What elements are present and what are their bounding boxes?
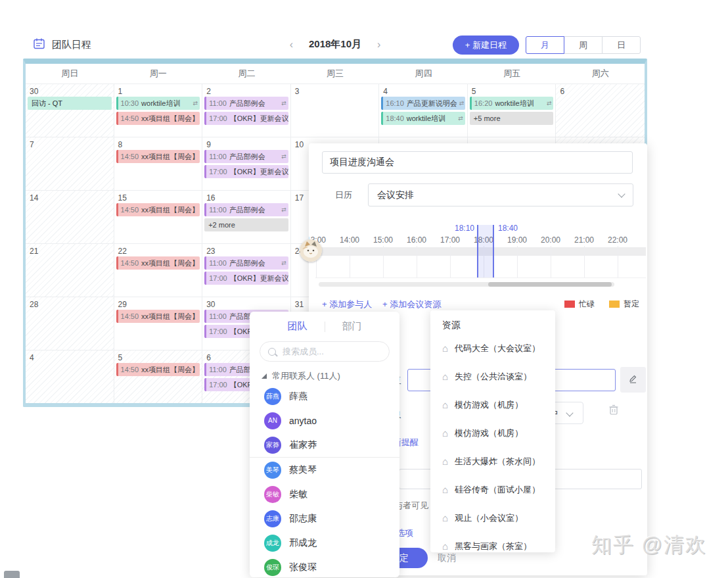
tab-department[interactable]: 部门 [342,320,362,333]
event-time: 11:00 [209,99,227,107]
calendar-event[interactable]: 回访 - QT [28,97,112,110]
day-cell[interactable]: 211:00产品部例会⇄17:00【OKR】更新会议⇄ [202,84,291,137]
event-time: 16:10 [386,99,404,107]
member-row[interactable]: 成龙邢成龙 [250,531,399,555]
day-cell[interactable]: 814:50xx项目组【周会】⇄ [114,137,203,190]
timeline-scrollbar[interactable] [319,282,614,287]
search-input[interactable] [281,346,399,357]
member-row[interactable]: 美琴蔡美琴 [250,458,399,482]
tab-team[interactable]: 团队 [288,320,307,333]
resource-item[interactable]: ⌂观止（小会议室） [430,504,555,532]
view-tab-日[interactable]: 日 [602,36,641,54]
day-cell[interactable]: 7 [26,137,114,190]
day-number: 4 [27,351,112,363]
member-picker-tabs: 团队部门 [250,312,399,333]
day-cell[interactable]: 1514:50xx项目组【周会】⇄ [114,191,203,243]
timeline-hour-label: 19:00 [507,235,527,245]
view-tab-周[interactable]: 周 [564,36,603,54]
next-month-button[interactable]: › [377,39,380,51]
day-cell[interactable]: 2214:50xx项目组【周会】⇄ [114,244,203,297]
calendar-event[interactable]: 14:50xx项目组【周会】⇄ [116,256,200,270]
member-row[interactable]: 俊琛张俊琛 [250,555,399,577]
day-cell[interactable]: 110:30worktile培训⇄14:50xx项目组【周会】⇄ [114,84,203,137]
legend-item: 忙碌 [564,299,595,310]
calendar-event[interactable]: 11:00产品部例会⇄ [204,150,288,163]
day-cell[interactable]: 4 [26,350,114,403]
day-number: 28 [27,298,112,310]
day-cell[interactable]: 3 [291,84,380,137]
weekday-label: 周六 [556,64,645,84]
resource-item[interactable]: ⌂黑客与画家（茶室） [430,532,555,552]
day-cell[interactable]: 2311:00产品部例会⇄17:00【OKR】更新会议⇄ [202,244,291,297]
event-time: 14:50 [121,114,139,122]
calendar-event[interactable]: 14:50xx项目组【周会】⇄ [116,203,200,216]
day-cell[interactable]: 416:10产品更新说明会⇄18:40worktile培训⇄ [379,84,468,137]
weekday-label: 周四 [379,64,468,84]
resource-item[interactable]: ⌂失控（公共洽谈室） [430,362,555,391]
calendar-event[interactable]: 10:30worktile培训⇄ [116,97,200,110]
timeline-hour-label: 14:00 [340,235,359,245]
day-cell[interactable]: 21 [26,244,114,297]
day-cell[interactable]: 911:00产品部例会⇄17:00【OKR】更新会议⇄ [202,137,291,190]
day-cell[interactable]: 516:20worktile培训⇄+5 more [468,84,557,137]
calendar-event[interactable]: 14:50xx项目组【周会】⇄ [116,112,200,125]
more-events-button[interactable]: +5 more [470,112,554,125]
day-cell[interactable]: 28 [26,297,114,350]
scrollbar-thumb[interactable] [488,282,612,287]
member-row[interactable]: ANanytao [250,408,399,433]
resource-item[interactable]: ⌂模仿游戏（机房） [430,419,555,447]
contacts-section-header[interactable]: 常用联系人 (11人) [250,362,399,384]
event-time: 11:00 [209,366,227,373]
calendar-event[interactable]: 14:50xx项目组【周会】⇄ [116,310,200,323]
resource-item[interactable]: ⌂硅谷传奇（面试小屋） [430,475,555,504]
calendar-select[interactable]: 会议安排 [368,183,633,206]
weekday-header-row: 周日周一周二周三周四周五周六 [26,64,645,84]
delete-reminder-button[interactable] [608,404,620,417]
more-events-button[interactable]: +2 more [204,218,288,231]
calendar-event[interactable]: 14:50xx项目组【周会】⇄ [116,150,200,163]
event-time: 11:00 [209,153,227,160]
member-search-box[interactable] [260,341,390,362]
event-title-input[interactable] [322,151,633,174]
cancel-button[interactable]: 取消 [438,552,456,564]
new-event-button[interactable]: + 新建日程 [453,36,519,55]
calendar-event[interactable]: 16:20worktile培训⇄ [470,97,554,110]
resource-item[interactable]: ⌂生活大爆炸（茶水间） [430,447,555,475]
calendar-event[interactable]: 14:50xx项目组【周会】⇄ [116,363,200,376]
edit-button[interactable] [620,367,646,393]
calendar-event[interactable]: 11:00产品部例会⇄ [204,256,288,270]
resource-item[interactable]: ⌂模仿游戏（机房） [430,391,555,419]
calendar-event[interactable]: 17:00【OKR】更新会议⇄ [204,165,288,178]
event-title: xx项目组【周会】 [141,114,199,124]
recurring-icon: ⇄ [199,206,200,213]
day-cell[interactable]: 514:50xx项目组【周会】⇄ [114,350,203,403]
prev-month-button[interactable]: ‹ [290,39,293,51]
availability-legend: 忙碌暂定 [564,299,639,310]
calendar-event[interactable]: 16:10产品更新说明会⇄ [381,97,465,110]
calendar-event[interactable]: 17:00【OKR】更新会议⇄ [204,112,288,125]
recurring-icon: ⇄ [199,153,200,160]
add-resource-link[interactable]: + 添加会议资源 [382,299,441,310]
time-selection-band[interactable] [477,225,494,277]
chevron-down-icon [618,190,625,197]
day-cell[interactable]: 6 [556,84,645,137]
member-row[interactable]: 志康邵志康 [250,506,399,531]
calendar-event[interactable]: 11:00产品部例会⇄ [204,97,288,110]
timeline-gridline [350,246,350,277]
calendar-event[interactable]: 17:00【OKR】更新会议⇄ [204,272,288,285]
member-row[interactable]: 家莽崔家莽 [250,433,399,458]
day-cell[interactable]: 1611:00产品部例会⇄+2 more [202,191,291,243]
day-cell[interactable]: 14 [26,191,114,243]
view-tab-月[interactable]: 月 [526,36,564,54]
pencil-icon [628,373,638,386]
day-cell[interactable]: 2914:50xx项目组【周会】⇄ [114,297,203,350]
resource-item[interactable]: ⌂代码大全（大会议室） [430,334,555,362]
member-row[interactable]: 薛燕薛燕 [250,384,399,408]
add-participant-link[interactable]: + 添加参与人 [322,299,372,310]
calendar-event[interactable]: 11:00产品部例会⇄ [204,203,288,216]
user-avatar-cat[interactable] [300,239,322,262]
day-cell[interactable]: 30回访 - QT [26,84,114,137]
avatar: 俊琛 [264,559,281,576]
calendar-event[interactable]: 18:40worktile培训⇄ [381,112,465,125]
member-row[interactable]: 柴敏柴敏 [250,482,399,506]
